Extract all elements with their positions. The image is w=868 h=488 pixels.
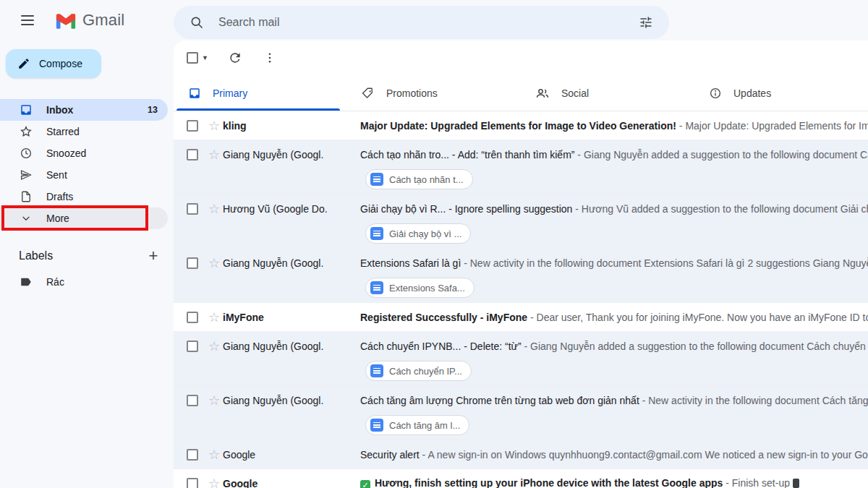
email-row[interactable]: ☆ Google ✓Security alert - A new sign-in… bbox=[174, 440, 868, 469]
sidebar-item-label: Starred bbox=[46, 126, 168, 137]
docs-icon bbox=[370, 364, 383, 377]
search-bar[interactable]: Search mail bbox=[174, 6, 669, 39]
label-tag-icon bbox=[19, 275, 33, 289]
sidebar-label-rac[interactable]: Rác bbox=[0, 271, 174, 293]
sidebar-item-drafts[interactable]: Drafts bbox=[0, 186, 168, 207]
email-sender: Google bbox=[223, 449, 354, 461]
tab-social[interactable]: Social bbox=[521, 75, 694, 111]
more-options-icon[interactable] bbox=[258, 46, 282, 70]
email-checkbox[interactable] bbox=[187, 203, 198, 215]
email-snippet: Dear user, Thank you for joining iMyFone… bbox=[537, 312, 868, 323]
email-row[interactable]: ☆ Giang Nguyễn (Googl. ✓Cách tạo nhãn tr… bbox=[174, 140, 868, 194]
star-toggle-icon[interactable]: ☆ bbox=[205, 446, 223, 463]
sidebar-item-starred[interactable]: Starred bbox=[0, 121, 168, 142]
select-all-checkbox[interactable] bbox=[187, 52, 198, 64]
email-row[interactable]: ☆ kling ✓Major Update: Upgraded Elements… bbox=[174, 111, 868, 140]
phone-emoji bbox=[793, 479, 799, 488]
sidebar-item-inbox[interactable]: Inbox 13 bbox=[0, 99, 168, 121]
search-input[interactable]: Search mail bbox=[218, 16, 633, 29]
email-subject: Cách tăng âm lượng Chrome trên từng tab … bbox=[360, 395, 639, 406]
attachment-chip-label: Extensions Safa... bbox=[389, 283, 465, 294]
attachment-chip[interactable]: Giải chạy bộ vì ... bbox=[365, 223, 471, 244]
sidebar: Compose Inbox 13 Starred bbox=[0, 40, 174, 488]
email-snippet: Finish set-up bbox=[732, 477, 790, 488]
star-toggle-icon[interactable]: ☆ bbox=[205, 200, 223, 218]
clock-icon bbox=[19, 146, 33, 160]
email-checkbox[interactable] bbox=[187, 395, 198, 406]
email-row[interactable]: ☆ Giang Nguyễn (Googl. ✓Cách tăng âm lượ… bbox=[174, 386, 868, 440]
compose-button[interactable]: Compose bbox=[6, 49, 101, 78]
email-snippet: Giang Nguyễn added a suggestion to the f… bbox=[530, 341, 868, 352]
sidebar-item-sent[interactable]: Sent bbox=[0, 164, 168, 186]
email-text-line: ✓Registered Successfully - iMyFone - Dea… bbox=[360, 312, 868, 323]
select-all-control[interactable]: ▼ bbox=[182, 49, 213, 67]
compose-label: Compose bbox=[39, 58, 82, 69]
hamburger-menu-icon[interactable] bbox=[12, 4, 43, 36]
email-row[interactable]: ☆ Giang Nguyễn (Googl. ✓Cách chuyển IPYN… bbox=[174, 332, 868, 386]
email-subject: Cách tạo nhãn tro... - Add: “trên thanh … bbox=[360, 149, 574, 160]
email-checkbox[interactable] bbox=[187, 478, 198, 488]
email-row[interactable]: ☆ iMyFone ✓Registered Successfully - iMy… bbox=[174, 303, 868, 332]
email-text-line: ✓Security alert - A new sign-in on Windo… bbox=[360, 449, 868, 461]
labels-title: Labels bbox=[19, 249, 143, 262]
attachment-chip-label: Giải chạy bộ vì ... bbox=[389, 228, 461, 239]
chevron-down-icon bbox=[19, 211, 33, 226]
email-sender: Giang Nguyễn (Googl. bbox=[223, 149, 354, 160]
email-text-line: ✓Cách chuyển IPYNB... - Delete: “từ” - G… bbox=[360, 341, 868, 352]
email-row[interactable]: ☆ Giang Nguyễn (Googl. ✓Extensions Safar… bbox=[174, 249, 868, 303]
email-sender: Google bbox=[223, 478, 354, 488]
tab-promotions[interactable]: Promotions bbox=[347, 75, 521, 111]
email-snippet: New activity in the following document C… bbox=[648, 395, 868, 406]
sidebar-item-label: Inbox bbox=[46, 104, 135, 116]
email-subject: Security alert bbox=[360, 449, 420, 461]
email-sender: Hương Vũ (Google Do. bbox=[223, 203, 354, 215]
labels-section: Labels + Rác bbox=[0, 245, 174, 293]
email-text-line: ✓Extensions Safari là gì - New activity … bbox=[360, 257, 868, 269]
email-subject: Cách chuyển IPYNB... - Delete: “từ” bbox=[360, 341, 522, 352]
category-tabs: Primary Promotions Social bbox=[174, 75, 868, 111]
top-header: Gmail Search mail bbox=[0, 0, 868, 40]
search-icon[interactable] bbox=[184, 9, 210, 35]
tab-primary[interactable]: Primary bbox=[174, 75, 347, 111]
attachment-chip[interactable]: Cách chuyển IP... bbox=[365, 361, 472, 381]
star-toggle-icon[interactable]: ☆ bbox=[205, 475, 223, 488]
refresh-icon[interactable] bbox=[223, 46, 247, 70]
tab-label: Updates bbox=[733, 87, 771, 99]
list-toolbar: ▼ bbox=[174, 40, 868, 75]
attachment-chip[interactable]: Cách tạo nhãn t... bbox=[365, 169, 473, 189]
attachment-chip-label: Cách chuyển IP... bbox=[389, 366, 462, 377]
gmail-m-icon bbox=[55, 12, 77, 29]
email-snippet: Giang Nguyễn added a suggestion to the f… bbox=[584, 149, 868, 160]
tab-updates[interactable]: Updates bbox=[694, 75, 868, 111]
star-toggle-icon[interactable]: ☆ bbox=[205, 338, 223, 355]
email-checkbox[interactable] bbox=[187, 341, 198, 352]
email-subject: Extensions Safari là gì bbox=[360, 257, 461, 269]
search-options-icon[interactable] bbox=[633, 9, 659, 35]
select-dropdown-caret-icon[interactable]: ▼ bbox=[202, 54, 208, 61]
star-toggle-icon[interactable]: ☆ bbox=[205, 146, 223, 163]
create-label-plus-icon[interactable]: + bbox=[143, 246, 163, 266]
email-checkbox[interactable] bbox=[187, 149, 198, 160]
star-toggle-icon[interactable]: ☆ bbox=[205, 117, 223, 134]
email-checkbox[interactable] bbox=[187, 120, 198, 132]
sidebar-item-more[interactable]: More bbox=[0, 207, 168, 229]
sidebar-nav: Inbox 13 Starred Snoozed bbox=[0, 99, 174, 229]
email-row[interactable]: ☆ Hương Vũ (Google Do. ✓Giải chạy bộ vì … bbox=[174, 194, 868, 249]
attachment-chip[interactable]: Extensions Safa... bbox=[365, 278, 475, 298]
email-checkbox[interactable] bbox=[187, 449, 198, 461]
sidebar-item-label: Snoozed bbox=[46, 147, 168, 159]
compose-pencil-icon bbox=[17, 57, 30, 70]
email-checkbox[interactable] bbox=[187, 312, 198, 323]
email-snippet: Major Update: Upgraded Elements for Imag bbox=[685, 120, 868, 132]
star-toggle-icon[interactable]: ☆ bbox=[205, 392, 223, 409]
attachment-chip[interactable]: Cách tăng âm l... bbox=[365, 415, 469, 435]
email-snippet: New activity in the following document E… bbox=[470, 257, 868, 269]
star-toggle-icon[interactable]: ☆ bbox=[205, 254, 223, 272]
docs-icon bbox=[370, 281, 383, 294]
email-checkbox[interactable] bbox=[187, 257, 198, 269]
sidebar-item-snoozed[interactable]: Snoozed bbox=[0, 142, 168, 164]
email-row[interactable]: ☆ Google ✓Hương, finish setting up your … bbox=[174, 469, 868, 488]
star-toggle-icon[interactable]: ☆ bbox=[205, 309, 223, 326]
gmail-logo: Gmail bbox=[55, 11, 124, 30]
tab-active-indicator bbox=[176, 108, 340, 111]
